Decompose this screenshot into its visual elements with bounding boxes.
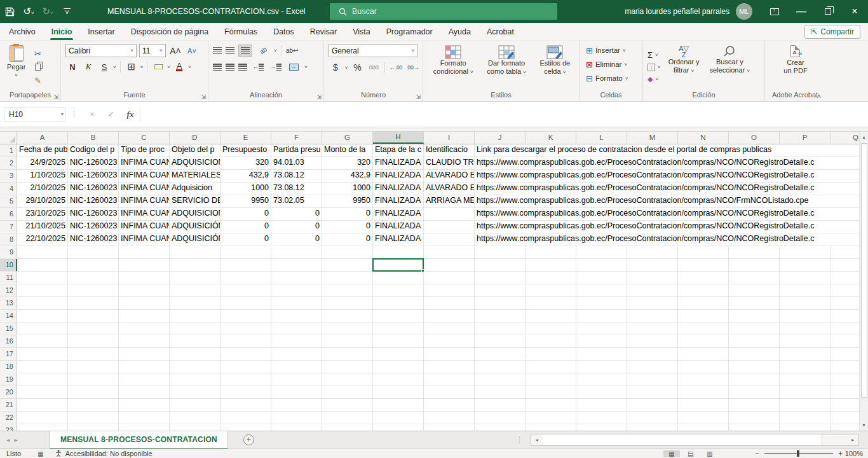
- cell-L10[interactable]: [576, 259, 627, 271]
- row-header-6[interactable]: 6: [0, 208, 17, 220]
- cell-G10[interactable]: [322, 259, 373, 271]
- row-header-3[interactable]: 3: [0, 170, 17, 182]
- sheet-tab[interactable]: MENSUAL 8-PROCESOS-CONTRATACION: [50, 431, 228, 449]
- column-header-C[interactable]: C: [119, 132, 170, 144]
- cell-J2[interactable]: https://www.compraspublicas.gob.ec/Proce…: [475, 157, 859, 169]
- cut-icon[interactable]: ✂: [31, 48, 44, 60]
- cell-E17[interactable]: [220, 348, 271, 360]
- cell-N11[interactable]: [678, 272, 729, 284]
- cell-E13[interactable]: [220, 297, 271, 309]
- cell-P18[interactable]: [780, 361, 831, 373]
- font-size-select[interactable]: 11˅: [139, 44, 166, 57]
- row-header-23[interactable]: 23: [0, 424, 17, 431]
- tab-disposicion[interactable]: Disposición de página: [131, 23, 208, 41]
- column-header-E[interactable]: E: [220, 132, 271, 144]
- cell-C17[interactable]: [119, 348, 170, 360]
- cell-J3[interactable]: https://www.compraspublicas.gob.ec/Proce…: [475, 170, 859, 182]
- cell-B7[interactable]: NIC-1260023: [68, 221, 119, 233]
- cell-C3[interactable]: INFIMA CUAN: [119, 170, 170, 182]
- cell-B9[interactable]: [68, 246, 119, 258]
- customize-quick-access-icon[interactable]: ˅: [64, 8, 71, 15]
- cell-J20[interactable]: [475, 386, 526, 398]
- cell-A2[interactable]: 24/9/2025: [17, 157, 68, 169]
- cell-I6[interactable]: [424, 208, 475, 220]
- cell-M15[interactable]: [627, 323, 678, 335]
- cell-A16[interactable]: [17, 335, 68, 347]
- cell-M10[interactable]: [627, 259, 678, 271]
- cell-Q11[interactable]: [831, 272, 859, 284]
- row-header-18[interactable]: 18: [0, 361, 17, 373]
- page-break-view-icon[interactable]: ▥: [702, 450, 718, 457]
- cell-M18[interactable]: [627, 361, 678, 373]
- cell-K22[interactable]: [526, 412, 576, 424]
- cell-L13[interactable]: [576, 297, 627, 309]
- cell-M23[interactable]: [627, 424, 678, 431]
- cell-O12[interactable]: [729, 284, 780, 296]
- cell-B20[interactable]: [68, 386, 119, 398]
- cell-K19[interactable]: [526, 373, 576, 385]
- cell-N16[interactable]: [678, 335, 729, 347]
- cell-J6[interactable]: https://www.compraspublicas.gob.ec/Proce…: [475, 208, 859, 220]
- cell-H18[interactable]: [373, 361, 424, 373]
- cell-N23[interactable]: [678, 424, 729, 431]
- cell-K13[interactable]: [526, 297, 576, 309]
- cell-I15[interactable]: [424, 323, 475, 335]
- cell-I2[interactable]: CLAUDIO TRU: [424, 157, 475, 169]
- row-header-11[interactable]: 11: [0, 272, 17, 284]
- increase-font-icon[interactable]: A˄: [168, 45, 182, 57]
- row-header-1[interactable]: 1: [0, 144, 17, 156]
- cell-A14[interactable]: [17, 310, 68, 322]
- cell-E12[interactable]: [220, 284, 271, 296]
- cell-A19[interactable]: [17, 373, 68, 385]
- cell-M21[interactable]: [627, 399, 678, 411]
- cell-A11[interactable]: [17, 272, 68, 284]
- cell-B18[interactable]: [68, 361, 119, 373]
- cell-D2[interactable]: ADQUISICION: [170, 157, 220, 169]
- create-pdf-button[interactable]: A∞ Crearun PDF: [781, 44, 810, 90]
- cell-E19[interactable]: [220, 373, 271, 385]
- cell-Q19[interactable]: [831, 373, 859, 385]
- cell-L11[interactable]: [576, 272, 627, 284]
- cell-J19[interactable]: [475, 373, 526, 385]
- cell-G7[interactable]: 0: [322, 221, 373, 233]
- cell-M12[interactable]: [627, 284, 678, 296]
- cell-L12[interactable]: [576, 284, 627, 296]
- cell-M17[interactable]: [627, 348, 678, 360]
- cell-J12[interactable]: [475, 284, 526, 296]
- cell-D1[interactable]: Objeto del p: [170, 144, 220, 156]
- cell-H12[interactable]: [373, 284, 424, 296]
- cell-I3[interactable]: ALVARADO E: [424, 170, 475, 182]
- row-header-16[interactable]: 16: [0, 335, 17, 347]
- cell-F11[interactable]: [271, 272, 322, 284]
- cell-P10[interactable]: [780, 259, 831, 271]
- cell-P20[interactable]: [780, 386, 831, 398]
- cell-O10[interactable]: [729, 259, 780, 271]
- cell-A6[interactable]: 23/10/2025: [17, 208, 68, 220]
- cell-I13[interactable]: [424, 297, 475, 309]
- cell-J23[interactable]: [475, 424, 526, 431]
- cell-F1[interactable]: Partida presu: [271, 144, 322, 156]
- paste-button[interactable]: Pegar˅: [4, 44, 28, 90]
- cell-Q15[interactable]: [831, 323, 859, 335]
- cell-C21[interactable]: [119, 399, 170, 411]
- search-box[interactable]: Buscar: [330, 3, 557, 20]
- cell-H17[interactable]: [373, 348, 424, 360]
- cell-E6[interactable]: 0: [220, 208, 271, 220]
- cell-J10[interactable]: [475, 259, 526, 271]
- collapse-ribbon-icon[interactable]: ˄: [817, 92, 821, 100]
- cell-K18[interactable]: [526, 361, 576, 373]
- cell-B2[interactable]: NIC-1260023: [68, 157, 119, 169]
- cell-D18[interactable]: [170, 361, 220, 373]
- cell-E15[interactable]: [220, 323, 271, 335]
- cell-C13[interactable]: [119, 297, 170, 309]
- cell-E4[interactable]: 1000: [220, 183, 271, 195]
- cell-G23[interactable]: [322, 424, 373, 431]
- cell-I12[interactable]: [424, 284, 475, 296]
- cell-J9[interactable]: [475, 246, 526, 258]
- merge-center-icon[interactable]: ↔: [287, 60, 301, 73]
- cell-G15[interactable]: [322, 323, 373, 335]
- cell-A23[interactable]: [17, 424, 68, 431]
- next-sheet-icon[interactable]: ▸: [8, 436, 24, 443]
- cell-Q22[interactable]: [831, 412, 859, 424]
- cell-C10[interactable]: [119, 259, 170, 271]
